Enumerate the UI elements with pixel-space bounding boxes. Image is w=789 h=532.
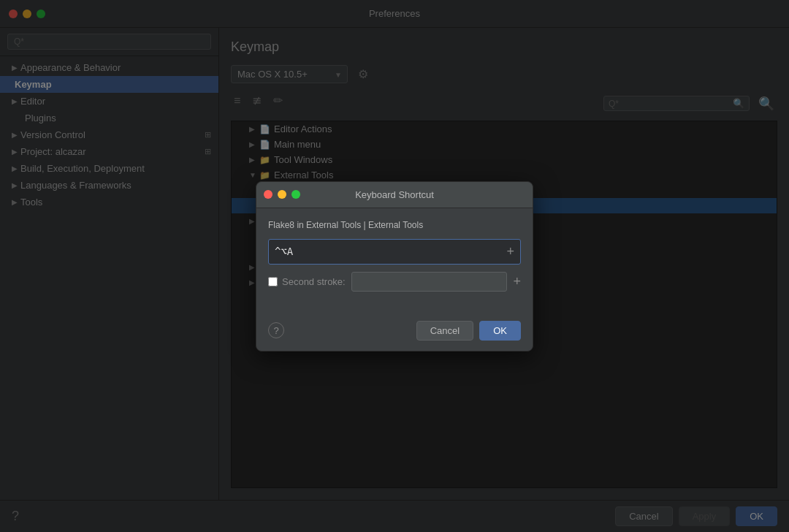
help-icon: ? xyxy=(273,325,278,336)
second-stroke-input[interactable] xyxy=(351,272,508,292)
second-stroke-checkbox[interactable] xyxy=(268,277,278,286)
second-stroke-checkbox-label[interactable]: Second stroke: xyxy=(268,276,346,287)
dialog-title: Keyboard Shortcut xyxy=(355,189,434,200)
dialog-window-controls xyxy=(264,190,300,199)
dialog-help-button[interactable]: ? xyxy=(268,322,284,338)
dialog-body: Flake8 in External Tools | External Tool… xyxy=(256,208,533,315)
shortcut-value: ^⌥A xyxy=(275,246,500,257)
add-shortcut-icon[interactable]: + xyxy=(506,244,514,259)
dialog-close-button[interactable] xyxy=(264,190,272,199)
dialog-actions: ? Cancel OK xyxy=(256,315,533,351)
dialog-cancel-button[interactable]: Cancel xyxy=(416,321,473,341)
dialog-overlay: Keyboard Shortcut Flake8 in External Too… xyxy=(0,0,789,532)
add-stroke-icon[interactable]: + xyxy=(513,274,521,289)
second-stroke-label: Second stroke: xyxy=(282,276,346,287)
dialog-subtitle-path: in External Tools | External Tools xyxy=(297,220,423,230)
dialog-subtitle: Flake8 in External Tools | External Tool… xyxy=(268,220,521,230)
dialog-titlebar: Keyboard Shortcut xyxy=(256,182,533,208)
dialog-subtitle-tool: Flake8 xyxy=(268,220,294,230)
shortcut-input-row: ^⌥A + xyxy=(268,239,521,265)
second-stroke-row: Second stroke: + xyxy=(268,272,521,292)
dialog-minimize-button[interactable] xyxy=(278,190,286,199)
dialog-maximize-button[interactable] xyxy=(291,190,300,199)
dialog-ok-button[interactable]: OK xyxy=(479,321,521,341)
keyboard-shortcut-dialog: Keyboard Shortcut Flake8 in External Too… xyxy=(256,181,533,352)
